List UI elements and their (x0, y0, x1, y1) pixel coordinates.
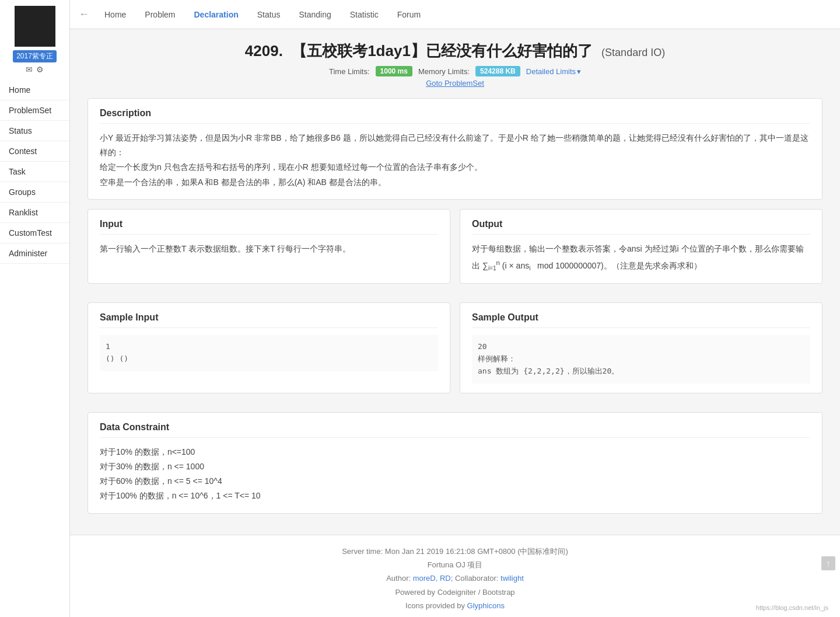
time-limit-label: Time Limits: (329, 67, 370, 76)
content-area: 4209. 【五校联考1day1】已经没有什么好害怕的了 (Standard I… (70, 29, 840, 535)
footer-icons: Icons provided by Glyphicons (79, 599, 831, 612)
data-constraint-section: Data Constraint 对于10% 的数据，n<=100 对于30% 的… (88, 412, 822, 514)
topnav-statistic[interactable]: Statistic (342, 6, 387, 23)
main-content: ← Home Problem Declaration Status Standi… (70, 0, 840, 617)
description-section: Description 小Y 最近开始学习算法姿势，但是因为小R 非常BB，给了… (88, 98, 822, 200)
problem-limits: Time Limits: 1000 ms Memory Limits: 5242… (88, 66, 822, 76)
sidebar: 2017紫专正 ✉ ⚙ Home ProblemSet Status Conte… (0, 0, 70, 617)
sample-grid: Sample Input 1() () Sample Output 20 样例解… (88, 302, 822, 402)
footer-powered: Powered by Codeigniter / Bootstrap (79, 585, 831, 599)
sample-output-title: Sample Output (472, 312, 810, 328)
input-title: Input (100, 219, 438, 235)
sample-output-content: 20 样例解释： ans 数组为 {2,2,2,2}，所以输出20。 (472, 335, 810, 383)
memory-limit-label: Memory Limits: (418, 67, 470, 76)
footer-authors-link[interactable]: moreD, RD (413, 574, 451, 583)
sample-input-content: 1() () (100, 335, 438, 371)
footer-project: Fortuna OJ 项目 (79, 558, 831, 571)
sample-input-title: Sample Input (100, 312, 438, 328)
topnav-standing[interactable]: Standing (290, 6, 339, 23)
mail-icon[interactable]: ✉ (26, 65, 33, 74)
back-button[interactable]: ← (79, 8, 89, 20)
sidebar-item-customtest[interactable]: CustomTest (0, 223, 69, 243)
data-constraint-content: 对于10% 的数据，n<=100 对于30% 的数据，n <= 1000 对于6… (100, 445, 810, 504)
sidebar-item-groups[interactable]: Groups (0, 182, 69, 203)
data-constraint-title: Data Constraint (100, 422, 810, 438)
sample-input-section: Sample Input 1() () (88, 302, 450, 393)
io-grid: Input 第一行输入一个正整数T 表示数据组数。接下来T 行每行一个字符串。 … (88, 209, 822, 294)
sidebar-item-ranklist[interactable]: Ranklist (0, 203, 69, 223)
topnav-forum[interactable]: Forum (389, 6, 429, 23)
sidebar-nav: Home ProblemSet Status Contest Task Grou… (0, 80, 69, 264)
sidebar-item-task[interactable]: Task (0, 162, 69, 182)
problem-heading: 4209. 【五校联考1day1】已经没有什么好害怕的了 (Standard I… (88, 41, 822, 61)
output-title: Output (472, 219, 810, 235)
avatar (15, 6, 55, 47)
problem-title-section: 4209. 【五校联考1day1】已经没有什么好害怕的了 (Standard I… (88, 41, 822, 88)
topnav-status[interactable]: Status (249, 6, 289, 23)
memory-limit-value: 524288 KB (475, 66, 520, 76)
sidebar-item-administer[interactable]: Administer (0, 243, 69, 264)
input-content: 第一行输入一个正整数T 表示数据组数。接下来T 行每行一个字符串。 (100, 242, 438, 256)
sidebar-item-home[interactable]: Home (0, 80, 69, 100)
description-content: 小Y 最近开始学习算法姿势，但是因为小R 非常BB，给了她很多B6 题，所以她觉… (100, 131, 810, 190)
topnav-problem[interactable]: Problem (136, 6, 183, 23)
topnav-declaration[interactable]: Declaration (186, 6, 247, 23)
sidebar-item-status[interactable]: Status (0, 121, 69, 141)
sample-output-section: Sample Output 20 样例解释： ans 数组为 {2,2,2,2}… (460, 302, 822, 393)
description-title: Description (100, 108, 810, 124)
input-section: Input 第一行输入一个正整数T 表示数据组数。接下来T 行每行一个字符串。 (88, 209, 450, 284)
footer-glyphicons-link[interactable]: Glyphicons (467, 601, 505, 610)
time-limit-value: 1000 ms (376, 66, 412, 76)
footer-server-time: Server time: Mon Jan 21 2019 16:21:08 GM… (79, 545, 831, 558)
footer-author-line: Author: moreD, RD; Collaborator: twiligh… (79, 571, 831, 585)
gear-icon[interactable]: ⚙ (36, 65, 44, 74)
topnav-home[interactable]: Home (96, 6, 134, 23)
detailed-limits-link[interactable]: Detailed Limits ▾ (526, 67, 581, 76)
sidebar-item-contest[interactable]: Contest (0, 141, 69, 162)
output-section: Output 对于每组数据，输出一个整数表示答案，令ansi 为经过第i 个位置… (460, 209, 822, 284)
sidebar-username: 2017紫专正 (13, 50, 57, 62)
scroll-to-top-button[interactable]: ↑ (821, 556, 835, 570)
goto-problemset-link[interactable]: Goto ProblemSet (88, 79, 822, 88)
output-content: 对于每组数据，输出一个整数表示答案，令ansi 为经过第i 个位置的子串个数，那… (472, 242, 810, 274)
footer-corner-url: https://blog.csdn.net/in_js (756, 604, 828, 611)
top-nav: ← Home Problem Declaration Status Standi… (70, 0, 840, 29)
footer: Server time: Mon Jan 21 2019 16:21:08 GM… (70, 535, 840, 617)
sidebar-item-problemset[interactable]: ProblemSet (0, 100, 69, 121)
footer-collaborator-link[interactable]: twilight (501, 574, 524, 583)
